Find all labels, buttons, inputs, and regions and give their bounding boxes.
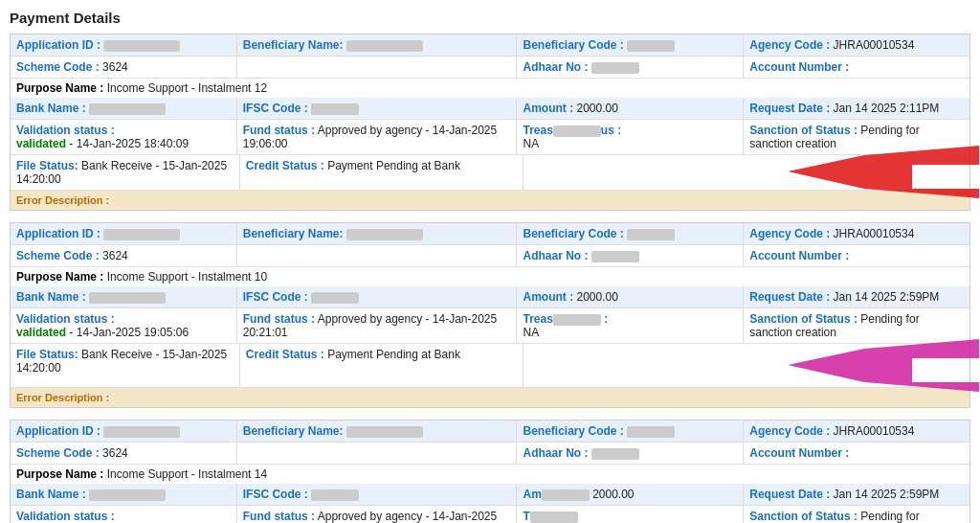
ben-name-label-1: Beneficiary Name: [243, 38, 344, 52]
bank-name-label-3: Bank Name : [16, 488, 86, 501]
app-id-label-3: Application ID : [16, 424, 100, 438]
agency-code-value-3: JHRA00010534 [834, 424, 915, 438]
val-date-2: 14-Jan-2025 19:05:06 [77, 326, 189, 339]
treasury-label-2: Treas : [523, 312, 608, 326]
purpose-row-2: Purpose Name : Income Support - Instalme… [11, 267, 969, 286]
app-id-value-1 [103, 40, 180, 52]
adhaar-value-1 [591, 62, 639, 74]
sanction-label-1: Sanction of Status : [749, 124, 858, 137]
bank-name-value-1 [89, 103, 166, 115]
payment-card-1: Application ID : Beneficiary Name: Benef… [10, 34, 970, 211]
ifsc-value-2 [311, 292, 359, 304]
scheme-code-label-1: Scheme Code : [16, 60, 100, 74]
ben-name-value-1 [346, 40, 423, 52]
req-date-value-1: Jan 14 2025 2:11PM [834, 102, 940, 115]
credit-status-value-2: Payment Pending at Bank [327, 348, 460, 361]
app-id-value-3 [103, 426, 180, 438]
ifsc-value-1 [311, 103, 359, 115]
ben-code-label-2: Beneficiary Code : [523, 227, 623, 240]
payment-card-3: Application ID : Beneficiary Name: Benef… [10, 420, 970, 523]
red-arrow-icon [788, 146, 979, 198]
purpose-row-1: Purpose Name : Income Support - Instalme… [11, 79, 969, 98]
agency-code-value-2: JHRA00010534 [834, 227, 915, 240]
req-date-label-3: Request Date : [749, 488, 830, 501]
ifsc-label-2: IFSC Code : [243, 290, 308, 304]
ben-code-value-2 [627, 229, 675, 240]
amount-label-2: Amount : [523, 290, 573, 304]
file-status-label-2: File Status: [16, 348, 78, 361]
app-id-label-1: Application ID : [16, 38, 100, 52]
scheme-code-label-2: Scheme Code : [16, 249, 100, 262]
adhaar-value-3 [591, 448, 639, 460]
account-num-label-2: Account Number : [749, 249, 849, 262]
credit-status-value-1: Payment Pending at Bank [327, 159, 460, 172]
adhaar-label-1: Adhaar No : [523, 60, 588, 74]
fund-status-label-2: Fund status : [243, 312, 315, 326]
ifsc-value-3 [311, 489, 359, 501]
purpose-value-2: Income Support - Instalment 10 [107, 270, 267, 284]
amount-value-2: 2000.00 [576, 290, 617, 304]
purpose-value-3: Income Support - Instalment 14 [107, 467, 267, 481]
val-status-label-3: Validation status : [16, 510, 115, 523]
scheme-code-value-2: 3624 [102, 249, 128, 262]
adhaar-label-2: Adhaar No : [523, 249, 588, 262]
page-title: Payment Details [10, 10, 970, 26]
sanction-label-3: Sanction of Status : [749, 510, 858, 523]
ben-code-value-3 [627, 426, 675, 438]
amount-label-3: Am [523, 488, 589, 501]
cards-wrapper: Application ID : Beneficiary Name: Benef… [10, 34, 970, 523]
file-status-label-1: File Status: [16, 159, 78, 172]
req-date-value-3: Jan 14 2025 2:59PM [834, 488, 940, 501]
agency-code-label-2: Agency Code : [749, 227, 830, 240]
bank-name-value-3 [89, 489, 166, 501]
app-id-label-2: Application ID : [16, 227, 100, 240]
bank-name-label-2: Bank Name : [16, 290, 86, 304]
account-num-label-3: Account Number : [749, 446, 849, 460]
amount-value-1: 2000.00 [576, 102, 617, 115]
val-status-value-2: validated [16, 326, 66, 339]
bank-name-value-2 [89, 292, 166, 304]
amount-label-1: Amount : [523, 102, 573, 115]
ifsc-label-3: IFSC Code : [243, 488, 308, 501]
agency-code-label-3: Agency Code : [749, 424, 830, 438]
app-id-value-2 [103, 229, 180, 240]
purpose-value-1: Income Support - Instalment 12 [107, 81, 267, 95]
fund-status-label-3: Fund status : [243, 510, 315, 523]
pink-arrow-icon [788, 339, 979, 392]
ben-name-label-2: Beneficiary Name: [243, 227, 344, 240]
amount-value-3: 2000.00 [592, 488, 634, 501]
val-status-label-1: Validation status : [16, 124, 115, 137]
credit-status-label-1: Credit Status : [246, 159, 324, 172]
req-date-label-2: Request Date : [749, 290, 830, 304]
bank-name-label-1: Bank Name : [16, 102, 86, 115]
scheme-code-value-1: 3624 [102, 60, 128, 74]
treasury-value-1: NA [523, 137, 539, 150]
svg-marker-1 [788, 339, 979, 392]
treasury-value-2: NA [523, 326, 539, 339]
val-status-value-1: validated [16, 137, 66, 150]
svg-marker-0 [788, 146, 979, 198]
payment-card-2: Application ID : Beneficiary Name: Benef… [10, 222, 970, 408]
ben-code-value-1 [627, 40, 675, 52]
purpose-row-3: Purpose Name : Income Support - Instalme… [11, 465, 969, 484]
req-date-value-2: Jan 14 2025 2:59PM [834, 290, 940, 304]
scheme-code-value-3: 3624 [102, 446, 128, 460]
agency-code-value-1: JHRA00010534 [834, 38, 915, 52]
credit-status-label-2: Credit Status : [246, 348, 324, 361]
val-date-1: 14-Jan-2025 18:40:09 [77, 137, 189, 150]
req-date-label-1: Request Date : [749, 102, 830, 115]
agency-code-label-1: Agency Code : [749, 38, 830, 52]
adhaar-value-2 [591, 251, 639, 262]
fund-status-label-1: Fund status : [243, 124, 315, 137]
ben-name-label-3: Beneficiary Name: [243, 424, 344, 438]
ben-name-value-2 [346, 229, 423, 240]
scheme-code-label-3: Scheme Code : [16, 446, 100, 460]
sanction-label-2: Sanction of Status : [749, 312, 858, 326]
treasury-label-3: T [523, 510, 577, 523]
account-num-label-1: Account Number : [749, 60, 849, 74]
ben-name-value-3 [346, 426, 423, 438]
val-status-label-2: Validation status : [16, 312, 115, 326]
adhaar-label-3: Adhaar No : [523, 446, 588, 460]
treasury-label-1: Treas us : [523, 124, 621, 137]
ifsc-label-1: IFSC Code : [243, 102, 308, 115]
